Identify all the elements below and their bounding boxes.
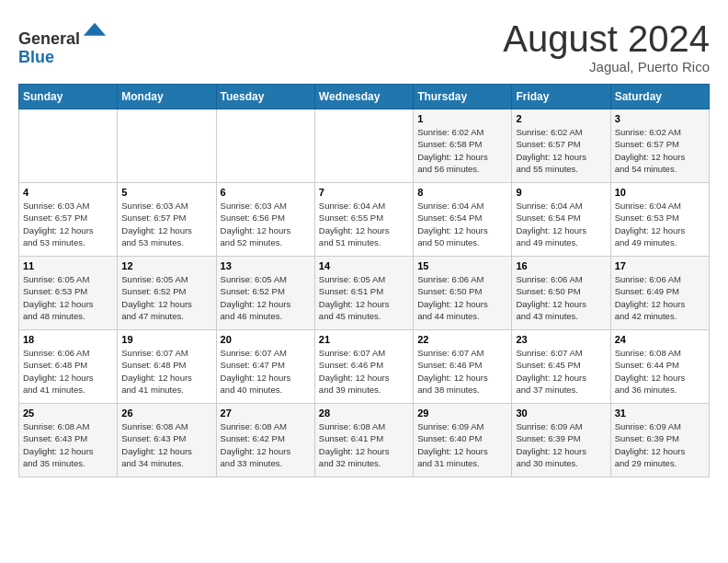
day-info: Sunrise: 6:07 AMSunset: 6:45 PMDaylight:… [516,347,606,396]
day-number: 25 [23,408,113,419]
header-thursday: Thursday [414,85,512,109]
day-info: Sunrise: 6:04 AMSunset: 6:54 PMDaylight:… [417,200,507,248]
day-number: 18 [23,334,113,345]
calendar-cell: 14Sunrise: 6:05 AMSunset: 6:51 PMDayligh… [314,257,413,330]
header-tuesday: Tuesday [216,85,314,109]
calendar-cell: 25Sunrise: 6:08 AMSunset: 6:43 PMDayligh… [19,404,118,477]
day-number: 29 [417,408,507,419]
logo-icon [82,18,108,44]
day-number: 8 [417,187,507,198]
calendar-cell: 13Sunrise: 6:05 AMSunset: 6:52 PMDayligh… [216,257,314,330]
day-info: Sunrise: 6:05 AMSunset: 6:53 PMDaylight:… [23,273,113,322]
day-info: Sunrise: 6:07 AMSunset: 6:46 PMDaylight:… [417,347,507,396]
day-info: Sunrise: 6:09 AMSunset: 6:39 PMDaylight:… [516,420,606,469]
logo-blue: Blue [18,48,54,66]
calendar-cell: 19Sunrise: 6:07 AMSunset: 6:48 PMDayligh… [118,330,216,404]
day-number: 21 [319,334,409,345]
header-sunday: Sunday [19,85,118,109]
page-header: General Blue August 2024 Jagual, Puerto … [18,18,710,75]
calendar-cell: 3Sunrise: 6:02 AMSunset: 6:57 PMDaylight… [610,109,709,183]
calendar-cell: 29Sunrise: 6:09 AMSunset: 6:40 PMDayligh… [414,404,512,477]
day-number: 14 [319,260,409,271]
day-number: 13 [221,260,311,271]
week-row-3: 11Sunrise: 6:05 AMSunset: 6:53 PMDayligh… [19,257,710,330]
calendar-cell: 9Sunrise: 6:04 AMSunset: 6:54 PMDaylight… [512,183,610,257]
day-info: Sunrise: 6:03 AMSunset: 6:57 PMDaylight:… [121,200,211,248]
day-info: Sunrise: 6:06 AMSunset: 6:48 PMDaylight:… [23,347,113,396]
calendar-cell: 8Sunrise: 6:04 AMSunset: 6:54 PMDaylight… [414,183,512,257]
day-info: Sunrise: 6:02 AMSunset: 6:58 PMDaylight:… [417,126,507,175]
day-number: 30 [516,408,606,419]
calendar-cell: 7Sunrise: 6:04 AMSunset: 6:55 PMDaylight… [314,183,413,257]
day-number: 22 [417,334,507,345]
calendar-cell: 12Sunrise: 6:05 AMSunset: 6:52 PMDayligh… [118,257,216,330]
calendar-cell: 11Sunrise: 6:05 AMSunset: 6:53 PMDayligh… [19,257,118,330]
week-row-4: 18Sunrise: 6:06 AMSunset: 6:48 PMDayligh… [19,330,710,404]
day-number: 28 [319,408,409,419]
day-info: Sunrise: 6:04 AMSunset: 6:53 PMDaylight:… [615,200,705,248]
header-friday: Friday [512,85,610,109]
calendar-cell: 16Sunrise: 6:06 AMSunset: 6:50 PMDayligh… [512,257,610,330]
day-info: Sunrise: 6:06 AMSunset: 6:50 PMDaylight:… [516,273,606,322]
day-info: Sunrise: 6:04 AMSunset: 6:55 PMDaylight:… [319,200,409,248]
day-info: Sunrise: 6:09 AMSunset: 6:40 PMDaylight:… [417,420,507,469]
day-info: Sunrise: 6:08 AMSunset: 6:42 PMDaylight:… [221,420,311,469]
calendar-cell: 6Sunrise: 6:03 AMSunset: 6:56 PMDaylight… [216,183,314,257]
day-number: 9 [516,187,606,198]
calendar-cell: 2Sunrise: 6:02 AMSunset: 6:57 PMDaylight… [512,109,610,183]
calendar-cell: 20Sunrise: 6:07 AMSunset: 6:47 PMDayligh… [216,330,314,404]
day-info: Sunrise: 6:07 AMSunset: 6:48 PMDaylight:… [121,347,211,396]
day-number: 27 [221,408,311,419]
week-row-1: 1Sunrise: 6:02 AMSunset: 6:58 PMDaylight… [19,109,710,183]
day-number: 20 [221,334,311,345]
header-saturday: Saturday [610,85,709,109]
calendar-cell [216,109,314,183]
calendar-cell: 10Sunrise: 6:04 AMSunset: 6:53 PMDayligh… [610,183,709,257]
calendar-cell: 18Sunrise: 6:06 AMSunset: 6:48 PMDayligh… [19,330,118,404]
day-number: 31 [615,408,705,419]
day-number: 24 [615,334,705,345]
day-number: 4 [23,187,113,198]
calendar-header: SundayMondayTuesdayWednesdayThursdayFrid… [19,85,710,109]
day-info: Sunrise: 6:08 AMSunset: 6:44 PMDaylight:… [615,347,705,396]
title-block: August 2024 Jagual, Puerto Rico [503,18,710,75]
calendar-cell: 30Sunrise: 6:09 AMSunset: 6:39 PMDayligh… [512,404,610,477]
day-number: 11 [23,260,113,271]
month-title: August 2024 [503,18,710,59]
calendar-cell: 1Sunrise: 6:02 AMSunset: 6:58 PMDaylight… [414,109,512,183]
week-row-5: 25Sunrise: 6:08 AMSunset: 6:43 PMDayligh… [19,404,710,477]
day-info: Sunrise: 6:07 AMSunset: 6:46 PMDaylight:… [319,347,409,396]
calendar-body: 1Sunrise: 6:02 AMSunset: 6:58 PMDaylight… [19,109,710,477]
header-wednesday: Wednesday [314,85,413,109]
day-number: 3 [615,113,705,124]
header-monday: Monday [118,85,216,109]
day-number: 5 [121,187,211,198]
day-info: Sunrise: 6:08 AMSunset: 6:43 PMDaylight:… [23,420,113,469]
day-info: Sunrise: 6:08 AMSunset: 6:41 PMDaylight:… [319,420,409,469]
calendar-cell: 28Sunrise: 6:08 AMSunset: 6:41 PMDayligh… [314,404,413,477]
calendar-cell [314,109,413,183]
week-row-2: 4Sunrise: 6:03 AMSunset: 6:57 PMDaylight… [19,183,710,257]
day-number: 1 [417,113,507,124]
day-number: 2 [516,113,606,124]
day-info: Sunrise: 6:09 AMSunset: 6:39 PMDaylight:… [615,420,705,469]
day-number: 23 [516,334,606,345]
day-info: Sunrise: 6:06 AMSunset: 6:50 PMDaylight:… [417,273,507,322]
calendar-cell: 4Sunrise: 6:03 AMSunset: 6:57 PMDaylight… [19,183,118,257]
day-info: Sunrise: 6:08 AMSunset: 6:43 PMDaylight:… [121,420,211,469]
day-number: 15 [417,260,507,271]
day-number: 7 [319,187,409,198]
calendar-cell [118,109,216,183]
day-number: 17 [615,260,705,271]
logo-general: General [18,29,80,48]
calendar-cell: 17Sunrise: 6:06 AMSunset: 6:49 PMDayligh… [610,257,709,330]
calendar-cell: 23Sunrise: 6:07 AMSunset: 6:45 PMDayligh… [512,330,610,404]
day-number: 12 [121,260,211,271]
day-info: Sunrise: 6:04 AMSunset: 6:54 PMDaylight:… [516,200,606,248]
calendar-table: SundayMondayTuesdayWednesdayThursdayFrid… [18,84,710,477]
calendar-cell: 27Sunrise: 6:08 AMSunset: 6:42 PMDayligh… [216,404,314,477]
day-info: Sunrise: 6:05 AMSunset: 6:52 PMDaylight:… [121,273,211,322]
calendar-cell: 26Sunrise: 6:08 AMSunset: 6:43 PMDayligh… [118,404,216,477]
day-info: Sunrise: 6:02 AMSunset: 6:57 PMDaylight:… [516,126,606,175]
day-number: 26 [121,408,211,419]
